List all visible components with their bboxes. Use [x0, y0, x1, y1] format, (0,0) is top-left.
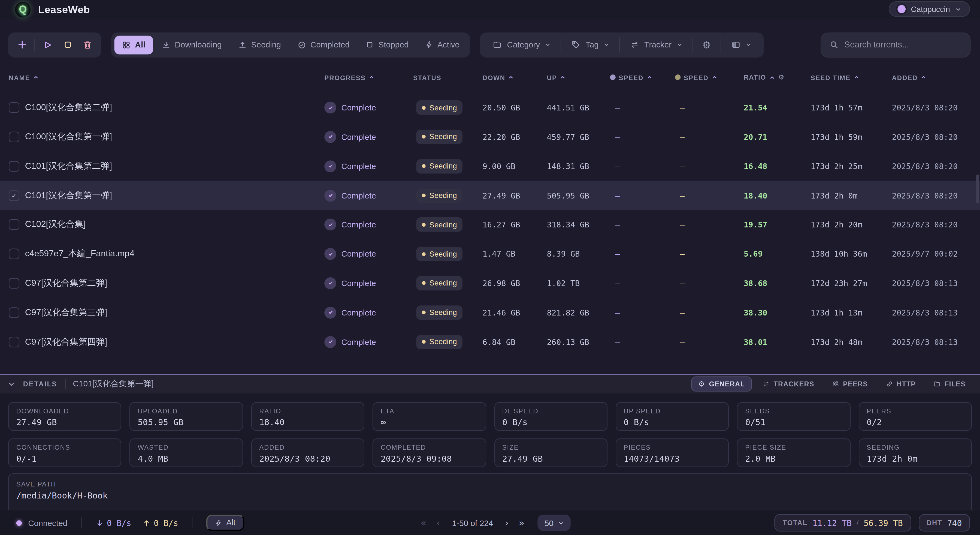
table-row[interactable]: C102[汉化合集] Complete Seeding 16.27 GB 318… [0, 210, 980, 240]
table-scrollbar-thumb[interactable] [976, 174, 978, 203]
prev-page-button[interactable]: ‹ [433, 517, 444, 529]
seed-time-value: 173d 2h 25m [810, 161, 862, 171]
column-header-dl-speed[interactable]: SPEED [610, 73, 652, 81]
detail-card-label: CONNECTIONS [16, 443, 113, 451]
filter-downloading[interactable]: Downloading [154, 35, 229, 54]
column-header-down[interactable]: DOWN [482, 73, 514, 81]
added-value: 2025/9/7 00:02 [892, 249, 958, 259]
table-row[interactable]: C97[汉化合集第四弹] Complete Seeding 6.84 GB 26… [0, 327, 980, 356]
up-value: 318.34 GB [547, 220, 589, 229]
row-checkbox[interactable] [9, 132, 19, 142]
progress-label: Complete [341, 103, 376, 112]
delete-button[interactable] [77, 35, 97, 54]
detail-card-label: COMPLETED [381, 443, 478, 451]
table-row[interactable]: C100[汉化合集第二弹] Complete Seeding 20.50 GB … [0, 93, 980, 122]
status-badge: Seeding [416, 335, 463, 349]
gear-icon: ⚙ [698, 380, 705, 388]
table-row[interactable]: C100[汉化合集第一弹] Complete Seeding 22.20 GB … [0, 123, 980, 152]
progress-cell: Complete [324, 131, 376, 143]
upload-icon [238, 40, 247, 49]
progress-cell: Complete [324, 219, 376, 231]
first-page-button[interactable]: « [417, 517, 430, 529]
sort-asc-icon [369, 74, 374, 80]
row-checkbox[interactable] [9, 337, 19, 347]
row-checkbox[interactable] [9, 190, 19, 201]
up-speed-value: – [680, 337, 684, 346]
statusbar-right: TOTAL 11.12 TB / 56.39 TB DHT 740 [775, 514, 970, 532]
row-checkbox[interactable] [9, 249, 19, 259]
tag-dropdown[interactable]: Tag [565, 40, 616, 50]
detail-card-value: 0/51 [745, 417, 842, 427]
column-header-added[interactable]: ADDED [892, 73, 927, 81]
filter-label: Stopped [378, 40, 409, 50]
last-page-button[interactable]: » [515, 517, 528, 529]
status-badge: Seeding [416, 130, 463, 144]
progress-label: Complete [341, 308, 376, 317]
column-header-progress[interactable]: PROGRESS [324, 73, 374, 81]
dl-speed-value: – [615, 132, 620, 142]
dropdown-label: Tag [585, 40, 599, 50]
resume-button[interactable] [38, 35, 57, 54]
ratio-settings-gear-icon[interactable]: ⚙ [778, 73, 784, 81]
column-header-ratio[interactable]: RATIO ⚙ [744, 73, 784, 81]
total-used-value: 11.12 TB [812, 518, 852, 527]
arrow-down-icon [95, 519, 104, 527]
progress-cell: Complete [324, 307, 376, 318]
status-dot-icon [422, 164, 426, 168]
pagination: « ‹ 1-50 of 224 › » 50 [417, 514, 570, 531]
alt-speed-toggle-button[interactable]: Alt [206, 514, 244, 531]
connection-status-label: Connected [28, 518, 67, 527]
detail-card-label: SEEDING [867, 443, 964, 451]
tab-trackers[interactable]: TRACKERS [756, 377, 821, 391]
column-header-up-speed[interactable]: SPEED [675, 73, 717, 81]
table-row[interactable]: C97[汉化合集第二弹] Complete Seeding 26.98 GB 1… [0, 268, 980, 298]
tab-http[interactable]: HTTP [879, 377, 923, 391]
dht-value: 740 [947, 518, 962, 527]
column-header-up[interactable]: UP [547, 73, 566, 81]
stop-button[interactable] [57, 35, 77, 54]
add-torrent-button[interactable] [12, 35, 32, 54]
theme-selector-button[interactable]: Catppuccin [889, 2, 970, 17]
detail-card-label: ADDED [259, 443, 356, 451]
column-header-status[interactable]: STATUS [413, 73, 441, 81]
row-checkbox[interactable] [9, 219, 19, 230]
status-badge: Seeding [416, 247, 463, 261]
table-row[interactable]: c4e597e7_本編_Fantia.mp4 Complete Seeding … [0, 240, 980, 268]
tab-general[interactable]: ⚙ GENERAL [691, 377, 752, 391]
settings-button[interactable]: ⚙ [697, 35, 716, 54]
up-speed-value: – [680, 220, 684, 229]
next-page-button[interactable]: › [502, 517, 512, 529]
category-dropdown[interactable]: Category [487, 40, 557, 50]
filter-active[interactable]: Active [417, 35, 467, 54]
collapse-details-button[interactable] [8, 380, 16, 388]
toolbar: All Downloading Seeding Completed Stoppe… [8, 31, 971, 58]
columns-dropdown[interactable] [725, 40, 757, 50]
row-checkbox[interactable] [9, 161, 19, 171]
swap-arrows-icon [630, 40, 640, 50]
dropdown-label: Tracker [644, 40, 671, 50]
search-box [821, 32, 970, 57]
filter-stopped[interactable]: Stopped [358, 35, 416, 54]
tracker-dropdown[interactable]: Tracker [624, 40, 689, 50]
filter-seeding[interactable]: Seeding [231, 35, 289, 54]
progress-cell: Complete [324, 277, 376, 289]
row-checkbox[interactable] [9, 278, 19, 289]
column-header-seed-time[interactable]: SEED TIME [810, 73, 859, 81]
search-input[interactable] [844, 40, 962, 50]
table-row[interactable]: C97[汉化合集第三弹] Complete Seeding 21.46 GB 8… [0, 298, 980, 327]
filter-all[interactable]: All [115, 35, 153, 54]
tab-files[interactable]: FILES [927, 377, 973, 391]
ratio-value: 38.68 [744, 279, 767, 288]
column-header-name[interactable]: NAME [9, 73, 39, 81]
down-value: 20.50 GB [482, 103, 520, 112]
tab-peers[interactable]: PEERS [825, 377, 875, 391]
page-size-dropdown[interactable]: 50 [538, 514, 570, 531]
table-row[interactable]: Seeding [0, 86, 980, 93]
table-row[interactable]: C101[汉化合集第二弹] Complete Seeding 9.00 GB 1… [0, 152, 980, 181]
filter-completed[interactable]: Completed [290, 35, 357, 54]
table-row[interactable]: C101[汉化合集第一弹] Complete Seeding 27.49 GB … [0, 181, 980, 210]
row-checkbox[interactable] [9, 307, 19, 318]
trash-icon [83, 40, 93, 50]
statusbar-divider [192, 517, 192, 529]
row-checkbox[interactable] [9, 102, 19, 113]
